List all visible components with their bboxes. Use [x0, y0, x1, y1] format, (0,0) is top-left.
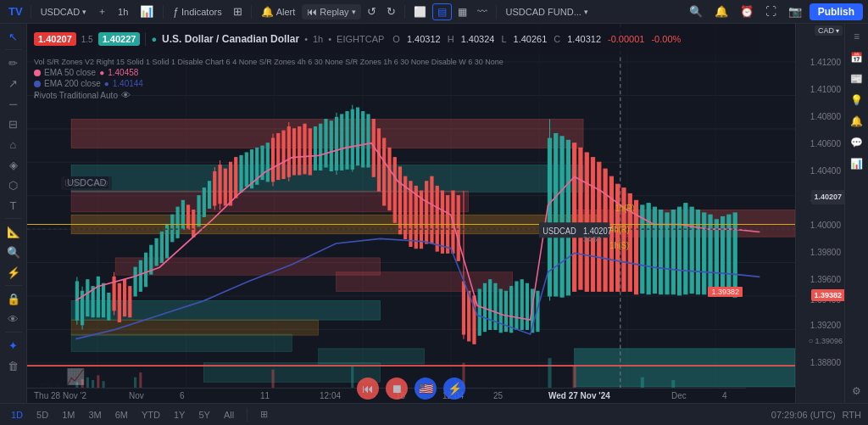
clock-btn[interactable]: ⏰ — [736, 3, 758, 20]
chart-btn-red2[interactable]: ⏹ — [386, 377, 408, 400]
fund-label[interactable]: USDCAD FUND... ▾ — [501, 5, 593, 19]
svg-rect-91 — [346, 112, 348, 170]
camera-btn[interactable]: 📷 — [784, 3, 806, 20]
period-1d[interactable]: 1D — [7, 409, 27, 421]
period-1y[interactable]: 1Y — [170, 409, 189, 421]
settings-panel-icon[interactable]: ⚙ — [848, 382, 866, 400]
price-annotation-time: 34:53 — [583, 234, 601, 243]
svg-rect-40 — [108, 294, 110, 321]
notification-btn[interactable]: 🔔 — [710, 3, 732, 20]
divider1 — [31, 5, 31, 19]
replay-btn[interactable]: ⏮ Replay ▾ — [302, 4, 360, 20]
chart-style-btn[interactable]: 📊 — [135, 3, 159, 20]
watch-tool[interactable]: 👁 — [3, 310, 25, 328]
watchlist-icon[interactable]: ≡ — [848, 27, 866, 46]
period-ytd[interactable]: YTD — [137, 409, 164, 421]
svg-rect-124 — [510, 287, 513, 333]
symbol-label: USDCAD — [41, 7, 80, 17]
date-label-nov: Nov — [129, 391, 144, 400]
svg-rect-118 — [478, 289, 481, 335]
svg-rect-136 — [579, 148, 582, 289]
draw-tool[interactable]: ✏ — [3, 53, 25, 72]
red-price-badge: 1.39382 — [811, 289, 844, 301]
hline-tool[interactable]: ─ — [3, 94, 25, 113]
ideas-icon[interactable]: 💡 — [848, 91, 866, 109]
add-symbol-btn[interactable]: ＋ — [93, 3, 111, 20]
cursor-tool[interactable]: ↖ — [3, 27, 25, 46]
alert-label: Alert — [276, 7, 296, 17]
trash-tool[interactable]: 🗑 — [3, 356, 25, 375]
layout-btn4[interactable]: 〰 — [473, 4, 492, 20]
undo-btn[interactable]: ↺ — [363, 3, 381, 20]
logo-btn[interactable]: TV — [5, 3, 26, 20]
text-tool[interactable]: T — [3, 196, 25, 215]
current-price-badge: 1.40207 — [811, 190, 844, 204]
layout-btn2[interactable]: ▤ — [432, 3, 452, 20]
compare-btn[interactable]: ⊞ — [229, 3, 247, 20]
sr-1h-s-label: 1h(S) — [609, 240, 629, 249]
magnet-tool[interactable]: ⚡ — [3, 263, 25, 282]
layout-btn1[interactable]: ⬜ — [409, 4, 431, 20]
fullscreen-btn[interactable]: ⛶ — [761, 3, 781, 20]
symbol-selector[interactable]: USDCAD ▾ — [36, 5, 92, 19]
compare-layout-btn[interactable]: ⊞ — [256, 408, 272, 421]
close-label: C — [554, 34, 560, 44]
gann-tool[interactable]: ⌂ — [3, 135, 25, 154]
search-btn[interactable]: 🔍 — [685, 3, 707, 20]
period-all[interactable]: All — [220, 409, 238, 421]
chat-icon[interactable]: 💬 — [848, 133, 866, 152]
svg-rect-84 — [314, 127, 316, 171]
alert-panel-icon[interactable]: 🔔 — [848, 112, 866, 131]
fullscreen-icon: ⛶ — [765, 5, 776, 18]
trend-tool[interactable]: ↗ — [3, 74, 25, 92]
collapse-indicators-btn[interactable]: ^ — [34, 92, 39, 103]
chart-container[interactable]: 1.40207 1.5 1.40227 ● U.S. Dollar / Cana… — [27, 24, 795, 425]
period-3m[interactable]: 3M — [84, 409, 105, 421]
period-1m[interactable]: 1M — [58, 409, 79, 421]
channel-tool[interactable]: ⊟ — [3, 115, 25, 133]
redo-btn[interactable]: ↻ — [382, 3, 400, 20]
ema50-dot2: ● — [99, 68, 104, 77]
period-5y[interactable]: 5Y — [194, 409, 214, 421]
layout-icon3: ▦ — [458, 6, 467, 18]
svg-rect-44 — [124, 280, 126, 316]
period-6m[interactable]: 6M — [111, 409, 132, 421]
measure-tool[interactable]: 📐 — [3, 222, 25, 241]
svg-rect-43 — [118, 283, 120, 322]
chart-btn-blue2[interactable]: ⚡ — [443, 377, 465, 400]
left-sidebar: ↖ ✏ ↗ ─ ⊟ ⌂ ◈ ⬡ T 📐 🔍 ⚡ 🔒 👁 ✦ 🗑 — [0, 24, 27, 425]
currency-selector[interactable]: CAD ▾ — [815, 25, 843, 36]
price-1412: 1.41200 — [810, 58, 841, 67]
svg-rect-82 — [303, 124, 306, 174]
ema200-dot — [34, 81, 41, 87]
chart-btn-blue[interactable]: 🇺🇸 — [415, 377, 437, 400]
publish-button[interactable]: Publish — [810, 3, 863, 20]
fib-tool[interactable]: ◈ — [3, 155, 25, 174]
strategy-icon[interactable]: 📊 — [848, 154, 866, 173]
svg-rect-110 — [441, 191, 443, 253]
price-1392: 1.39200 — [810, 321, 841, 330]
indicators-btn[interactable]: ƒ Indicators — [168, 4, 226, 20]
eye-icon: 👁 — [121, 90, 131, 100]
period-5d[interactable]: 5D — [32, 409, 53, 421]
alert-btn[interactable]: 🔔 Alert — [256, 4, 301, 20]
highlight-tool[interactable]: ✦ — [3, 336, 25, 355]
zoom-tool[interactable]: 🔍 — [3, 243, 25, 261]
price-annotation-text: USDCAD — [542, 226, 576, 235]
indicator-labels: Vol S/R Zones V2 Right 15 Solid 1 Solid … — [34, 58, 504, 102]
svg-rect-107 — [426, 182, 428, 243]
pattern-tool[interactable]: ⬡ — [3, 176, 25, 194]
low-val: 1.40261 — [514, 34, 548, 44]
svg-rect-108 — [431, 176, 433, 243]
low-label: L — [501, 34, 506, 44]
sell-badge: 1.40207 — [34, 32, 76, 46]
lock-tool[interactable]: 🔒 — [3, 289, 25, 308]
chart-btn-red[interactable]: ⏮ — [357, 377, 379, 400]
timeframe-selector[interactable]: 1h — [113, 5, 133, 19]
svg-rect-133 — [560, 137, 564, 297]
svg-rect-50 — [155, 238, 158, 266]
svg-rect-53 — [171, 215, 174, 242]
news-icon[interactable]: 📰 — [848, 70, 866, 88]
layout-btn3[interactable]: ▦ — [453, 4, 471, 20]
calendar-icon[interactable]: 📅 — [848, 48, 866, 67]
